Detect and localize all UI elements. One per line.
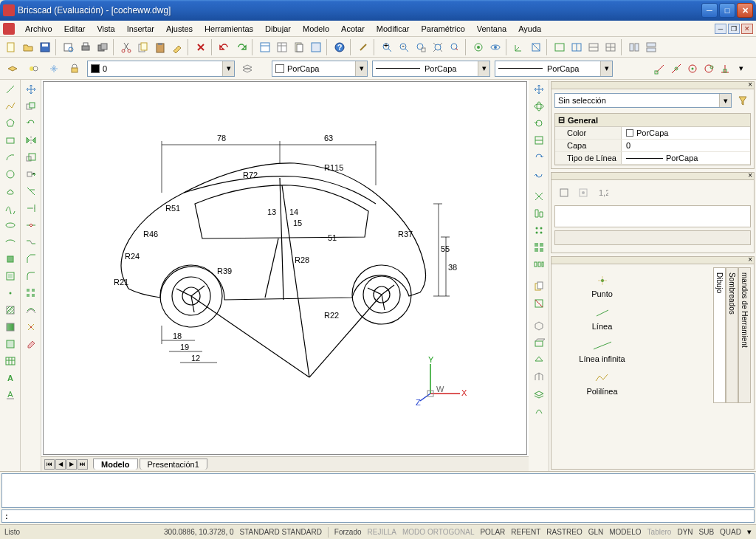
menu-ayuda[interactable]: Ayuda <box>512 23 547 35</box>
menu-ventana[interactable]: Ventana <box>471 23 512 35</box>
mdi-minimize-button[interactable]: ─ <box>715 24 726 34</box>
pan-icon[interactable] <box>531 81 547 97</box>
qselect-icon[interactable] <box>735 92 751 109</box>
linetype-combo[interactable]: PorCapa ▾ <box>372 61 490 77</box>
open-icon[interactable] <box>20 39 36 55</box>
paltab-dibujo[interactable]: Dibujo <box>713 267 726 403</box>
copyclip-icon[interactable] <box>531 278 547 295</box>
status-coords[interactable]: 300.0886, 10.3728, 0 <box>164 528 234 536</box>
redraw-u-icon[interactable] <box>531 115 547 131</box>
table-icon[interactable] <box>2 353 18 369</box>
fillet-icon[interactable] <box>23 268 39 284</box>
toolpalettes-icon[interactable] <box>308 39 324 55</box>
status-modelo[interactable]: MODELO <box>609 528 641 536</box>
plan-icon[interactable] <box>528 39 544 55</box>
tab-model[interactable]: Modelo <box>93 459 138 470</box>
ellipsearc-icon[interactable] <box>2 234 18 250</box>
menu-vista[interactable]: Vista <box>91 23 120 35</box>
menu-herramientas[interactable]: Herramientas <box>199 23 259 35</box>
layer-explorer-icon[interactable] <box>4 61 21 77</box>
tab-first-button[interactable]: ⏮ <box>44 459 55 470</box>
view-rotate-icon[interactable] <box>470 39 487 55</box>
section-icon[interactable] <box>531 132 547 148</box>
paltab-sombreados[interactable]: Sombreados <box>726 267 738 403</box>
status-forzado[interactable]: Forzado <box>334 528 362 536</box>
tab-next-button[interactable]: ▶ <box>66 459 77 470</box>
command-history[interactable] <box>1 473 755 508</box>
cut-icon[interactable] <box>118 39 134 55</box>
command-line[interactable]: : <box>1 509 755 523</box>
zoom-out-icon[interactable]: - <box>396 39 412 55</box>
esnap-end-icon[interactable] <box>653 61 667 76</box>
draworder-icon[interactable] <box>531 385 547 402</box>
constraint-list[interactable] <box>554 205 751 227</box>
trim-icon[interactable] <box>23 183 39 199</box>
pal-linea-infinita[interactable]: Línea infinita <box>559 337 645 366</box>
break-icon[interactable] <box>23 217 39 233</box>
pal-linea[interactable]: Línea <box>559 304 645 334</box>
align-icon[interactable] <box>531 205 547 222</box>
new-icon[interactable] <box>3 39 19 55</box>
revcloud-icon[interactable] <box>2 183 18 199</box>
viewport2-icon[interactable] <box>585 39 602 55</box>
realtime-icon[interactable] <box>355 39 371 55</box>
regen-cw-icon[interactable] <box>531 149 547 165</box>
arrayrect-icon[interactable] <box>531 222 547 238</box>
lineweight-combo[interactable]: PorCapa ▾ <box>495 61 613 77</box>
save-icon[interactable] <box>37 39 53 55</box>
mtext-icon[interactable]: A <box>2 387 18 403</box>
mdi-close-button[interactable]: ✕ <box>741 24 753 34</box>
pal-punto[interactable]: Punto <box>559 272 645 301</box>
publish-icon[interactable] <box>94 39 111 55</box>
maximize-button[interactable]: □ <box>719 3 735 18</box>
polyline-icon[interactable] <box>2 98 18 114</box>
layer-state-icon[interactable] <box>25 61 41 77</box>
zoom-previous-icon[interactable] <box>447 39 463 55</box>
status-sub[interactable]: SUB <box>699 528 715 536</box>
explorer-icon[interactable] <box>257 39 273 55</box>
viewport1-icon[interactable] <box>568 39 585 55</box>
isoplane-icon[interactable] <box>531 317 547 334</box>
line-icon[interactable] <box>2 81 18 97</box>
solview-icon[interactable] <box>531 368 547 385</box>
help-icon[interactable]: ? <box>331 39 348 55</box>
join-icon[interactable] <box>23 234 39 250</box>
constraint1-icon[interactable] <box>556 185 572 201</box>
erase-icon[interactable] <box>23 336 39 352</box>
chamfer-icon[interactable] <box>23 251 39 267</box>
model-viewport[interactable]: 78 63 <box>43 81 527 455</box>
arc-icon[interactable] <box>2 149 18 165</box>
offset-icon[interactable] <box>23 302 39 318</box>
menu-modificar[interactable]: Modificar <box>371 23 416 35</box>
tab-last-button[interactable]: ⏭ <box>78 459 88 470</box>
status-polar[interactable]: POLAR <box>480 528 505 536</box>
ellipse-icon[interactable] <box>2 217 18 233</box>
viewclip-icon[interactable] <box>531 295 547 312</box>
status-rastreo[interactable]: RASTREO <box>546 528 582 536</box>
status-gln[interactable]: GLN <box>588 528 604 536</box>
tab-prev-button[interactable]: ◀ <box>55 459 66 470</box>
viewport3-icon[interactable] <box>602 39 619 55</box>
menu-ajustes[interactable]: Ajustes <box>160 23 199 35</box>
menu-dibujar[interactable]: Dibujar <box>259 23 297 35</box>
matchprop-icon[interactable] <box>169 39 185 55</box>
prop-row-layer[interactable]: Capa 0 <box>555 140 750 152</box>
menu-insertar[interactable]: Insertar <box>121 23 160 35</box>
layer-freeze-icon[interactable] <box>46 61 62 77</box>
layer-iso-icon[interactable] <box>239 61 255 77</box>
redo-icon[interactable] <box>233 39 250 55</box>
ucs-icon[interactable] <box>511 39 527 55</box>
block-icon[interactable] <box>2 268 18 284</box>
menu-modelo[interactable]: Modelo <box>297 23 335 35</box>
hatch-icon[interactable] <box>2 302 18 318</box>
array-icon[interactable] <box>23 285 39 301</box>
panel-close-icon[interactable]: × <box>748 80 752 89</box>
minimize-button[interactable]: ─ <box>701 3 718 18</box>
zoom-window-icon[interactable] <box>413 39 429 55</box>
status-tablero[interactable]: Tablero <box>647 528 672 536</box>
layer-lock-icon[interactable] <box>66 61 83 77</box>
extend-icon[interactable] <box>23 200 39 216</box>
zoom-in-icon[interactable]: + <box>379 39 395 55</box>
status-more-icon[interactable]: ▾ <box>747 527 752 537</box>
mirror3d-icon[interactable] <box>531 188 547 205</box>
